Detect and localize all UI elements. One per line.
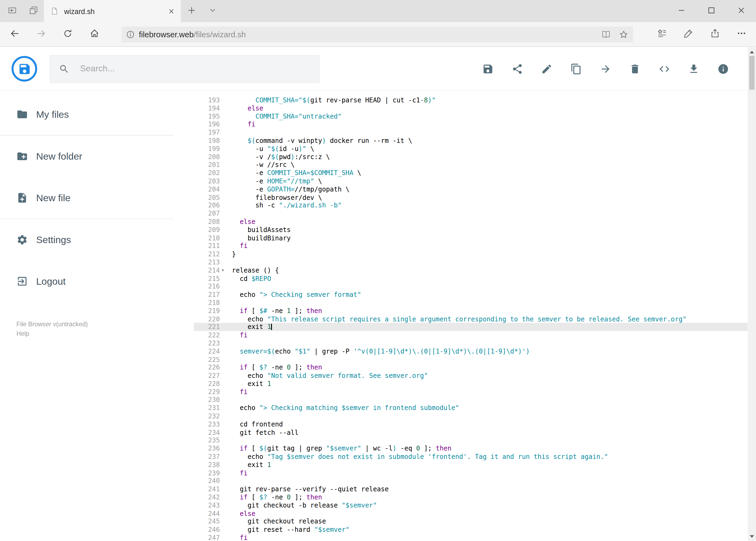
code-line-240[interactable]: 240: [194, 477, 748, 485]
reading-view-button[interactable]: [597, 26, 615, 42]
code-line-195[interactable]: 195 COMMIT_SHA="untracked": [194, 112, 748, 120]
code-line-200[interactable]: 200 -v /$(pwd):/src:z \: [194, 153, 748, 161]
code-line-218[interactable]: 218: [194, 299, 748, 307]
favorites-hub-button[interactable]: [648, 23, 675, 45]
scroll-up-arrow-icon[interactable]: [748, 48, 756, 56]
sidebar-item-new-folder[interactable]: New folder: [0, 136, 194, 177]
home-button[interactable]: [81, 23, 108, 45]
code-line-194[interactable]: 194 else: [194, 104, 748, 112]
code-line-199[interactable]: 199 -u "$(id -u)" \: [194, 145, 748, 153]
code-line-232[interactable]: 232: [194, 412, 748, 420]
code-line-219[interactable]: 219 if [ $# -ne 1 ]; then: [194, 307, 748, 315]
add-favorite-button[interactable]: [615, 26, 632, 42]
code-line-230[interactable]: 230: [194, 396, 748, 404]
code-line-220[interactable]: 220 echo "This release script requires a…: [194, 315, 748, 323]
code-line-238[interactable]: 238 exit 1: [194, 461, 748, 469]
address-bar[interactable]: filebrowser.web/files/wizard.sh: [122, 26, 633, 42]
code-line-204[interactable]: 204 -e GOPATH=//tmp/gopath \: [194, 185, 748, 194]
page-scrollbar[interactable]: [748, 47, 756, 541]
tab-preview-toggle-button[interactable]: [202, 0, 223, 22]
source-button[interactable]: [658, 63, 670, 75]
code-line-233[interactable]: 233 cd frontend: [194, 420, 748, 428]
scroll-down-arrow-icon[interactable]: [748, 533, 756, 540]
close-window-button[interactable]: [726, 0, 756, 22]
code-line-241[interactable]: 241 git rev-parse --verify --quiet relea…: [194, 485, 748, 493]
forward-button[interactable]: [28, 23, 55, 45]
code-line-226[interactable]: 226 if [ $? -ne 0 ]; then: [194, 363, 748, 372]
code-line-212[interactable]: 212}: [194, 250, 748, 258]
code-line-235[interactable]: 235: [194, 436, 748, 445]
code-line-201[interactable]: 201 -w //src \: [194, 161, 748, 169]
code-line-234[interactable]: 234 git fetch --all: [194, 428, 748, 436]
site-info-icon[interactable]: [126, 30, 134, 38]
code-line-210[interactable]: 210 buildBinary: [194, 234, 748, 242]
maximize-button[interactable]: [696, 0, 726, 22]
code-line-246[interactable]: 246 git reset --hard "$semver": [194, 526, 748, 534]
code-line-215[interactable]: 215 cd $REPO: [194, 274, 748, 282]
web-note-button[interactable]: [675, 23, 701, 45]
code-line-213[interactable]: 213: [194, 258, 748, 266]
refresh-button[interactable]: [55, 23, 81, 45]
share-button[interactable]: [511, 63, 523, 75]
code-line-202[interactable]: 202 -e COMMIT_SHA=$COMMIT_SHA \: [194, 169, 748, 177]
code-line-207[interactable]: 207: [194, 210, 748, 218]
fold-arrow-icon[interactable]: ▾: [221, 266, 224, 274]
minimize-button[interactable]: [666, 0, 696, 22]
code-line-216[interactable]: 216: [194, 282, 748, 290]
code-line-211[interactable]: 211 fi: [194, 242, 748, 250]
download-button[interactable]: [688, 63, 700, 75]
code-line-196[interactable]: 196 fi: [194, 120, 748, 128]
info-button[interactable]: [717, 63, 729, 75]
move-button[interactable]: [600, 63, 611, 75]
code-line-239[interactable]: 239 fi: [194, 469, 748, 477]
code-line-209[interactable]: 209 buildAssets: [194, 226, 748, 234]
code-line-236[interactable]: 236 if [ $(git tag | grep "$semver" | wc…: [194, 445, 748, 453]
search-input[interactable]: [80, 64, 311, 74]
save-button[interactable]: [482, 63, 494, 75]
sidebar-item-my-files[interactable]: My files: [0, 94, 194, 135]
code-line-223[interactable]: 223: [194, 339, 748, 347]
code-line-198[interactable]: 198 $(command -v winpty) docker run --rm…: [194, 137, 748, 145]
share-page-button[interactable]: [701, 23, 728, 45]
sidebar-item-settings[interactable]: Settings: [0, 219, 194, 261]
code-line-227[interactable]: 227 echo "Not valid semver format. See s…: [194, 372, 748, 380]
back-button[interactable]: [1, 23, 28, 45]
code-line-193[interactable]: 193 COMMIT_SHA="$(git rev-parse HEAD | c…: [194, 96, 748, 104]
code-editor[interactable]: 193 COMMIT_SHA="$(git rev-parse HEAD | c…: [194, 91, 748, 541]
sidebar-item-logout[interactable]: Logout: [0, 261, 194, 302]
code-line-217[interactable]: 217 echo "> Checking semver format": [194, 290, 748, 299]
code-line-243[interactable]: 243 git checkout -b release "$semver": [194, 501, 748, 509]
code-line-222[interactable]: 222 fi: [194, 331, 748, 339]
code-line-231[interactable]: 231 echo "> Checking matching $semver in…: [194, 404, 748, 412]
tab-close-icon[interactable]: [169, 8, 174, 14]
more-options-button[interactable]: [728, 23, 754, 45]
help-link[interactable]: Help: [16, 329, 194, 339]
code-line-224[interactable]: 224 semver=$(echo "$1" | grep -P '^v(0|[…: [194, 347, 748, 355]
rename-button[interactable]: [541, 63, 553, 75]
browser-tab[interactable]: wizard.sh: [44, 0, 181, 22]
code-line-228[interactable]: 228 exit 1: [194, 380, 748, 388]
code-line-229[interactable]: 229 fi: [194, 388, 748, 396]
scrollbar-thumb[interactable]: [749, 56, 755, 90]
tabs-you-set-aside-button[interactable]: [23, 0, 44, 22]
new-tab-button[interactable]: [181, 0, 202, 22]
code-line-225[interactable]: 225: [194, 355, 748, 363]
set-tabs-aside-button[interactable]: [1, 0, 23, 22]
sidebar-item-new-file[interactable]: New file: [0, 177, 194, 219]
code-line-242[interactable]: 242 if [ $? -ne 0 ]; then: [194, 493, 748, 501]
code-line-197[interactable]: 197: [194, 129, 748, 137]
code-line-245[interactable]: 245 git checkout release: [194, 517, 748, 526]
code-line-205[interactable]: 205 filebrowser/dev \: [194, 194, 748, 202]
filebrowser-logo[interactable]: [12, 56, 37, 82]
delete-button[interactable]: [629, 63, 641, 75]
copy-button[interactable]: [570, 63, 582, 75]
code-line-244[interactable]: 244 else: [194, 509, 748, 517]
search-box[interactable]: [50, 55, 320, 83]
code-line-203[interactable]: 203 -e HOME="//tmp" \: [194, 177, 748, 185]
code-line-206[interactable]: 206 sh -c "./wizard.sh -b": [194, 202, 748, 210]
code-line-214[interactable]: 214▾release () {: [194, 266, 748, 274]
code-line-221[interactable]: 221 exit 1: [194, 323, 748, 331]
code-line-208[interactable]: 208 else: [194, 218, 748, 226]
code-line-237[interactable]: 237 echo "Tag $semver does not exist in …: [194, 453, 748, 461]
code-line-247[interactable]: 247 fi: [194, 534, 748, 541]
